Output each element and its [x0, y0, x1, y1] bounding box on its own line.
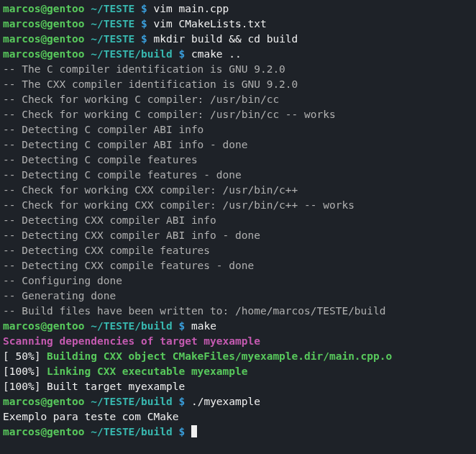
- prompt-symbol: $: [178, 48, 185, 60]
- command-text: vim CMakeLists.txt: [154, 18, 267, 29]
- link-text: Linking CXX executable myexample: [47, 366, 247, 377]
- prompt-user: marcos@gentoo: [3, 426, 85, 437]
- output-line: -- Build files have been written to: /ho…: [3, 304, 473, 319]
- output-line: -- Check for working C compiler: /usr/bi…: [3, 107, 473, 122]
- prompt-line-3: marcos@gentoo ~/TESTE $ mkdir build && c…: [3, 32, 473, 47]
- prompt-user: marcos@gentoo: [3, 18, 85, 29]
- percent-label: [100%]: [3, 366, 47, 377]
- prompt-path: ~/TESTE: [91, 3, 134, 14]
- prompt-path: ~/TESTE/build: [91, 48, 173, 60]
- prompt-user: marcos@gentoo: [3, 320, 85, 332]
- output-line: -- The CXX compiler identification is GN…: [3, 77, 473, 92]
- command-text: cmake ..: [191, 48, 242, 60]
- percent-label: [ 50%]: [3, 350, 47, 362]
- output-line: -- Detecting CXX compiler ABI info - don…: [3, 228, 473, 243]
- prompt-path: ~/TESTE: [91, 33, 134, 45]
- prompt-symbol: $: [141, 33, 147, 45]
- output-line: -- Detecting C compile features - done: [3, 168, 473, 183]
- prompt-line-7: marcos@gentoo ~/TESTE/build $: [3, 425, 473, 440]
- command-text: make: [191, 320, 216, 332]
- prompt-line-2: marcos@gentoo ~/TESTE $ vim CMakeLists.t…: [3, 17, 473, 32]
- output-build-50: [ 50%] Building CXX object CMakeFiles/my…: [3, 349, 473, 364]
- prompt-line-1: marcos@gentoo ~/TESTE $ vim main.cpp: [3, 1, 473, 17]
- prompt-symbol: $: [178, 396, 185, 407]
- output-line: -- Detecting CXX compile features - done: [3, 258, 473, 273]
- output-scan: Scanning dependencies of target myexampl…: [3, 334, 473, 349]
- output-line: -- Detecting C compiler ABI info: [3, 122, 473, 137]
- prompt-path: ~/TESTE/build: [91, 426, 173, 437]
- output-line: -- Configuring done: [3, 273, 473, 289]
- output-line: -- Detecting C compiler ABI info - done: [3, 137, 473, 153]
- command-text: vim main.cpp: [154, 3, 229, 14]
- prompt-user: marcos@gentoo: [3, 3, 85, 14]
- prompt-line-4: marcos@gentoo ~/TESTE/build $ cmake ..: [3, 47, 473, 62]
- output-line: -- Check for working CXX compiler: /usr/…: [3, 198, 473, 213]
- prompt-user: marcos@gentoo: [3, 33, 85, 45]
- build-text: Building CXX object CMakeFiles/myexample…: [47, 350, 392, 362]
- output-line: -- Detecting C compile features: [3, 153, 473, 168]
- prompt-symbol: $: [178, 426, 185, 437]
- prompt-path: ~/TESTE: [91, 18, 134, 29]
- prompt-path: ~/TESTE/build: [91, 396, 173, 407]
- terminal[interactable]: marcos@gentoo ~/TESTE $ vim main.cpp mar…: [3, 1, 473, 440]
- output-line: -- Detecting CXX compile features: [3, 243, 473, 258]
- output-built: [100%] Built target myexample: [3, 379, 473, 394]
- prompt-symbol: $: [141, 3, 147, 14]
- prompt-line-5: marcos@gentoo ~/TESTE/build $ make: [3, 319, 473, 334]
- prompt-symbol: $: [178, 320, 185, 332]
- prompt-line-6: marcos@gentoo ~/TESTE/build $ ./myexampl…: [3, 394, 473, 409]
- output-line: -- Generating done: [3, 289, 473, 304]
- prompt-user: marcos@gentoo: [3, 396, 85, 407]
- program-output: Exemplo para teste com CMake: [3, 409, 473, 425]
- output-link-100: [100%] Linking CXX executable myexample: [3, 364, 473, 379]
- output-line: -- The C compiler identification is GNU …: [3, 62, 473, 77]
- cursor-icon: [191, 425, 197, 437]
- command-text: ./myexample: [191, 396, 260, 407]
- prompt-symbol: $: [141, 18, 147, 29]
- prompt-user: marcos@gentoo: [3, 48, 85, 60]
- output-line: -- Check for working C compiler: /usr/bi…: [3, 92, 473, 107]
- prompt-path: ~/TESTE/build: [91, 320, 173, 332]
- output-line: -- Detecting CXX compiler ABI info: [3, 213, 473, 228]
- output-line: -- Check for working CXX compiler: /usr/…: [3, 183, 473, 198]
- command-text: mkdir build && cd build: [154, 33, 298, 45]
